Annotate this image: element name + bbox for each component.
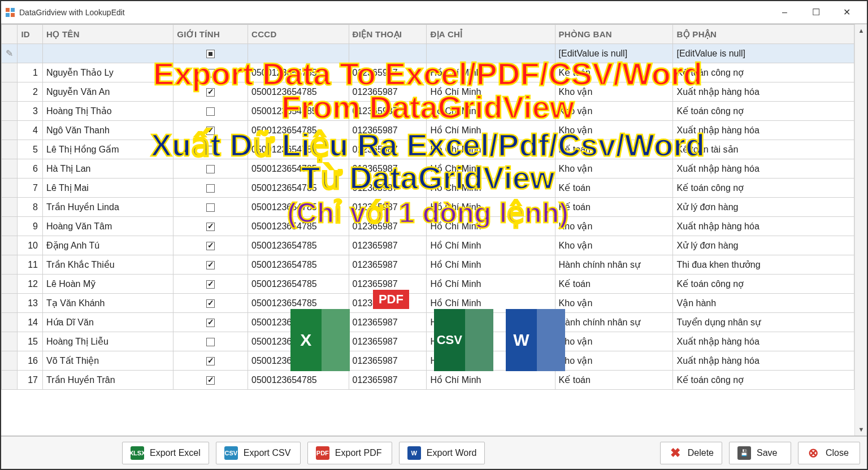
cell-hoten[interactable]: Lê Hoàn Mỹ bbox=[43, 275, 173, 294]
cell-cccd[interactable]: 0500123654785 bbox=[248, 82, 349, 102]
cell-dienthoai[interactable]: 012365987 bbox=[349, 332, 427, 351]
cell-id[interactable]: 7 bbox=[18, 179, 43, 198]
newrow-cell-diachi[interactable] bbox=[427, 44, 555, 63]
cell-bophan[interactable]: Kế toán công nợ bbox=[673, 371, 854, 390]
cell-gioitinh[interactable] bbox=[173, 140, 248, 159]
checkbox-icon[interactable] bbox=[206, 146, 215, 154]
cell-hoten[interactable]: Hoàng Thị Thảo bbox=[43, 102, 173, 121]
column-header-rowhead[interactable] bbox=[2, 25, 18, 44]
cell-cccd[interactable]: 0500123654785 bbox=[248, 313, 349, 332]
cell-id[interactable]: 12 bbox=[18, 275, 43, 294]
cell-bophan[interactable]: Kế toán công nợ bbox=[673, 63, 854, 82]
cell-dienthoai[interactable]: 012365987 bbox=[349, 351, 427, 371]
cell-rowhead[interactable] bbox=[2, 82, 18, 102]
cell-bophan[interactable]: Xuất nhập hàng hóa bbox=[673, 82, 854, 102]
cell-rowhead[interactable] bbox=[2, 198, 18, 217]
vertical-scrollbar[interactable]: ▲ ▼ bbox=[854, 24, 867, 436]
cell-bophan[interactable]: Kế toán tài sản bbox=[673, 140, 854, 159]
cell-gioitinh[interactable] bbox=[173, 63, 248, 82]
window-minimize-button[interactable]: – bbox=[769, 1, 800, 24]
checkbox-icon[interactable] bbox=[206, 280, 215, 289]
data-grid[interactable]: IDHỌ TÊNGIỚI TÍNHCCCDĐIỆN THOẠIĐỊA CHỈPH… bbox=[1, 24, 867, 436]
cell-gioitinh[interactable] bbox=[173, 82, 248, 102]
cell-gioitinh[interactable] bbox=[173, 294, 248, 313]
cell-id[interactable]: 5 bbox=[18, 140, 43, 159]
cell-id[interactable]: 2 bbox=[18, 82, 43, 102]
cell-diachi[interactable]: Hồ Chí Minh bbox=[427, 236, 555, 255]
cell-gioitinh[interactable] bbox=[173, 179, 248, 198]
cell-dienthoai[interactable]: 012365987 bbox=[349, 371, 427, 390]
cell-id[interactable]: 11 bbox=[18, 255, 43, 275]
export-word-button[interactable]: W Export Word bbox=[399, 442, 485, 464]
checkbox-icon[interactable] bbox=[206, 165, 215, 173]
window-close-button[interactable]: ✕ bbox=[831, 1, 862, 24]
cell-rowhead[interactable] bbox=[2, 102, 18, 121]
cell-cccd[interactable]: 0500123654785 bbox=[248, 351, 349, 371]
cell-dienthoai[interactable]: 012365987 bbox=[349, 236, 427, 255]
checkbox-icon[interactable] bbox=[206, 127, 215, 135]
cell-id[interactable]: 9 bbox=[18, 217, 43, 236]
cell-phongban[interactable]: Hành chính nhân sự bbox=[555, 313, 673, 332]
cell-rowhead[interactable] bbox=[2, 217, 18, 236]
newrow-cell-bophan[interactable]: [EditValue is null] bbox=[673, 44, 854, 63]
cell-diachi[interactable]: Hồ Chí Minh bbox=[427, 63, 555, 82]
column-header-bophan[interactable]: BỘ PHẬN bbox=[673, 25, 854, 44]
cell-gioitinh[interactable] bbox=[173, 313, 248, 332]
cell-gioitinh[interactable] bbox=[173, 275, 248, 294]
table-row[interactable]: 10Đặng Anh Tú0500123654785012365987Hồ Ch… bbox=[2, 236, 854, 255]
cell-hoten[interactable]: Trần Khắc Thiều bbox=[43, 255, 173, 275]
cell-bophan[interactable]: Xuất nhập hàng hóa bbox=[673, 121, 854, 140]
cell-cccd[interactable]: 0500123654785 bbox=[248, 63, 349, 82]
newrow-cell-hoten[interactable] bbox=[43, 44, 173, 63]
cell-dienthoai[interactable]: 012365987 bbox=[349, 255, 427, 275]
checkbox-icon[interactable] bbox=[206, 184, 215, 193]
cell-gioitinh[interactable] bbox=[173, 121, 248, 140]
checkbox-icon[interactable] bbox=[206, 299, 215, 308]
cell-diachi[interactable]: Hồ Chí Minh bbox=[427, 198, 555, 217]
checkbox-icon[interactable] bbox=[206, 357, 215, 365]
cell-hoten[interactable]: Hứa Dĩ Văn bbox=[43, 313, 173, 332]
cell-bophan[interactable]: Xuất nhập hàng hóa bbox=[673, 332, 854, 351]
cell-gioitinh[interactable] bbox=[173, 236, 248, 255]
cell-rowhead[interactable] bbox=[2, 63, 18, 82]
scroll-up-icon[interactable]: ▲ bbox=[855, 24, 867, 37]
table-row[interactable]: 1Nguyễn Thảo Ly0500123654785012365987Hồ … bbox=[2, 63, 854, 82]
cell-diachi[interactable]: Hồ Chí Minh bbox=[427, 121, 555, 140]
newrow-cell-gioitinh[interactable] bbox=[173, 44, 248, 63]
close-button[interactable]: ⊗ Close bbox=[798, 442, 860, 464]
cell-phongban[interactable]: Kho vận bbox=[555, 217, 673, 236]
table-row[interactable]: 5Lê Thị Hồng Gấm0500123654785012365987Hồ… bbox=[2, 140, 854, 159]
cell-phongban[interactable]: Kế toán bbox=[555, 371, 673, 390]
checkbox-icon[interactable] bbox=[206, 376, 215, 385]
cell-id[interactable]: 15 bbox=[18, 332, 43, 351]
table-row[interactable]: 14Hứa Dĩ Văn0500123654785012365987Hồ Chí… bbox=[2, 313, 854, 332]
checkbox-icon[interactable] bbox=[206, 223, 215, 231]
cell-diachi[interactable]: Hồ Chí Minh bbox=[427, 255, 555, 275]
cell-diachi[interactable]: Hồ Chí Minh bbox=[427, 294, 555, 313]
checkbox-icon[interactable] bbox=[206, 69, 215, 77]
cell-cccd[interactable]: 0500123654785 bbox=[248, 198, 349, 217]
cell-diachi[interactable]: Hồ Chí Minh bbox=[427, 332, 555, 351]
delete-button[interactable]: ✖ Delete bbox=[660, 442, 722, 464]
cell-cccd[interactable]: 0500123654785 bbox=[248, 332, 349, 351]
cell-rowhead[interactable] bbox=[2, 179, 18, 198]
export-csv-button[interactable]: CSV Export CSV bbox=[216, 442, 301, 464]
cell-diachi[interactable]: Hồ Chí Minh bbox=[427, 275, 555, 294]
cell-rowhead[interactable] bbox=[2, 313, 18, 332]
cell-cccd[interactable]: 0500123654785 bbox=[248, 159, 349, 179]
cell-hoten[interactable]: Trần Huyền Trân bbox=[43, 371, 173, 390]
cell-phongban[interactable]: Kho vận bbox=[555, 332, 673, 351]
column-header-id[interactable]: ID bbox=[18, 25, 43, 44]
checkbox-icon[interactable] bbox=[206, 338, 215, 346]
cell-phongban[interactable]: Hành chính nhân sự bbox=[555, 255, 673, 275]
cell-id[interactable]: 8 bbox=[18, 198, 43, 217]
cell-gioitinh[interactable] bbox=[173, 255, 248, 275]
cell-gioitinh[interactable] bbox=[173, 198, 248, 217]
cell-bophan[interactable]: Xuất nhập hàng hóa bbox=[673, 217, 854, 236]
cell-phongban[interactable]: Kho vận bbox=[555, 102, 673, 121]
cell-gioitinh[interactable] bbox=[173, 102, 248, 121]
cell-id[interactable]: 3 bbox=[18, 102, 43, 121]
cell-bophan[interactable]: Xử lý đơn hàng bbox=[673, 198, 854, 217]
checkbox-icon[interactable] bbox=[206, 242, 215, 250]
cell-gioitinh[interactable] bbox=[173, 351, 248, 371]
